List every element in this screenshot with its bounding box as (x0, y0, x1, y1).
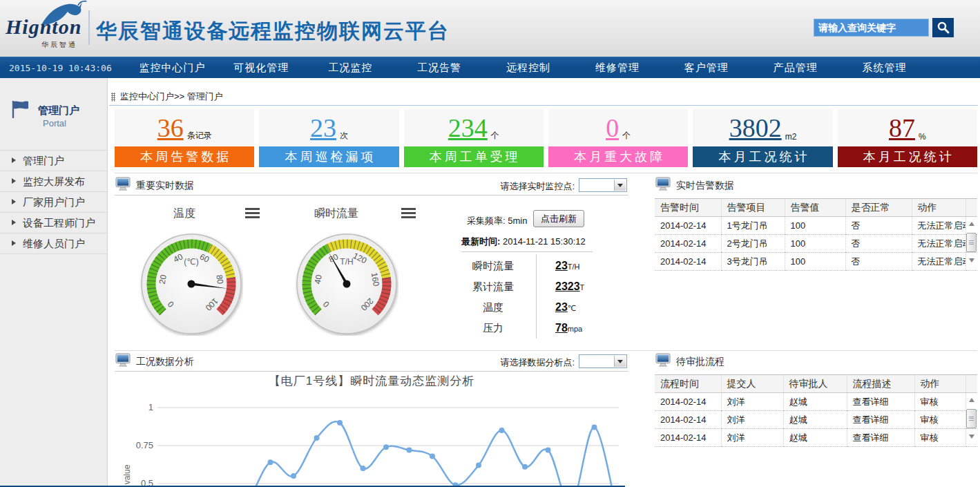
table-cell: 100 (785, 217, 845, 235)
nav-item-2[interactable]: 可视化管理 (217, 57, 306, 79)
column-header: 是否正常 (845, 199, 912, 217)
action-cell[interactable]: 审核 (914, 429, 965, 447)
sidebar-item-label: 监控大屏发布 (23, 175, 85, 187)
analysis-point-select[interactable] (579, 354, 627, 368)
reading-number[interactable]: 23 (555, 301, 568, 313)
refresh-button[interactable]: 点击刷新 (533, 210, 584, 227)
scroll-up-icon[interactable] (969, 395, 974, 402)
stat-card-value[interactable]: 3802 (729, 115, 782, 141)
stat-card-value[interactable]: 234 (448, 115, 488, 141)
column-header: 待审批人 (783, 375, 847, 393)
divider (115, 173, 977, 173)
nav-item-3[interactable]: 工况监控 (306, 57, 395, 79)
svg-text:20: 20 (157, 274, 169, 285)
reading-row: 温度23℃ (456, 297, 622, 318)
stat-card-value[interactable]: 0 (606, 115, 619, 141)
search-button[interactable] (932, 18, 954, 37)
nav-timestamp: 2015-10-19 10:43:06 (9, 63, 112, 73)
reading-number[interactable]: 78 (555, 322, 568, 334)
brand-subtitle: 华辰智通 (41, 40, 77, 50)
sidebar-item-2[interactable]: 监控大屏发布 (0, 171, 107, 191)
scrollbar[interactable] (966, 393, 977, 443)
section-title: 重要实时数据 (136, 180, 194, 192)
app-header: Hignton 华辰智通 华辰智通设备远程监控物联网云平台 (0, 0, 980, 57)
menu-icon[interactable] (401, 208, 416, 218)
sidebar-item-5[interactable]: 维修人员门户 (0, 233, 107, 254)
latest-time-value: 2014-11-21 15:30:12 (503, 236, 586, 247)
temperature-gauge: 020406080100(℃) (140, 232, 243, 336)
nav-item-6[interactable]: 维修管理 (573, 57, 662, 79)
chevron-right-icon (12, 199, 19, 204)
stat-card-label: 本月工况统计 (693, 146, 832, 167)
breadcrumb-dots-icon (111, 93, 115, 102)
readings-list: 瞬时流量23T/H累计流量2323T温度23℃压力78mpa (456, 256, 622, 338)
monitor-point-select[interactable] (579, 178, 627, 192)
column-header: 告警值 (785, 199, 845, 217)
action-cell[interactable]: 审核 (914, 411, 965, 429)
sidebar-item-3[interactable]: 厂家用户门户 (0, 191, 107, 212)
sidebar-item-1[interactable]: 管理门户 (0, 150, 107, 171)
table-cell: 2014-02-14 (655, 253, 721, 271)
table-row: 2014-02-143号龙门吊100否无法正常启动 (655, 253, 977, 271)
nav-item-1[interactable]: 监控中心门户 (128, 57, 217, 79)
sidebar-item-label: 维修人员门户 (23, 238, 85, 249)
stat-card-2: 23次本周巡检漏项 (259, 109, 398, 168)
table-cell: 赵城 (783, 393, 847, 411)
reading-number[interactable]: 2323 (555, 280, 580, 292)
stat-card-value[interactable]: 36 (157, 115, 184, 141)
section-title: 待审批流程 (676, 356, 724, 368)
sidebar-item-4[interactable]: 设备工程师门户 (0, 212, 107, 233)
scrollbar[interactable] (966, 217, 977, 267)
search-input[interactable] (814, 19, 929, 37)
reading-row: 累计流量2323T (456, 276, 622, 297)
sidebar-menu: 管理门户监控大屏发布厂家用户门户设备工程师门户维修人员门户 (0, 150, 107, 254)
scroll-down-icon[interactable] (969, 435, 974, 441)
menu-icon[interactable] (245, 208, 260, 218)
stat-card-6: 87%本月工况统计 (838, 109, 977, 168)
table-cell: 100 (785, 235, 845, 253)
stat-card-unit: m2 (785, 132, 797, 142)
stat-card-value[interactable]: 87 (889, 115, 915, 141)
latest-time-label: 最新时间: (461, 236, 500, 247)
scrollbar-spacer (965, 375, 977, 393)
reading-number[interactable]: 23 (555, 260, 568, 271)
reading-value: 2323T (530, 280, 584, 293)
portal-title: 管理门户 (38, 104, 79, 117)
gauge-temperature-title: 温度 (146, 207, 222, 221)
analysis-point-select-label: 请选择数据分析点: (492, 356, 575, 369)
reading-label: 压力 (456, 322, 530, 335)
dropdown-arrow-icon (617, 360, 623, 366)
dropdown-button[interactable] (614, 180, 626, 191)
action-cell[interactable]: 审核 (914, 393, 965, 411)
scroll-up-icon[interactable] (969, 219, 974, 226)
scroll-down-icon[interactable] (969, 258, 974, 265)
stat-card-value[interactable]: 23 (310, 115, 336, 141)
stat-card-unit: % (919, 132, 926, 142)
action-cell[interactable]: 查看详细 (847, 429, 914, 447)
reading-unit: T/H (568, 262, 580, 271)
chart-title: 【电厂1号线】瞬时流量动态监测分析 (115, 373, 628, 389)
svg-text:40: 40 (313, 274, 324, 285)
table-cell: 无法正常启动 (912, 253, 965, 271)
stat-card-value-area: 234个 (404, 109, 544, 146)
table-cell: 无法正常启动 (912, 217, 965, 235)
table-cell: 2014-02-14 (655, 393, 721, 411)
column-header: 动作 (914, 375, 965, 393)
dropdown-button[interactable] (614, 356, 626, 367)
main-nav: 2015-10-19 10:43:06 监控中心门户可视化管理工况监控工况告警远… (0, 57, 980, 78)
flow-line-chart: 10.750.5value (115, 395, 628, 487)
nav-item-8[interactable]: 产品管理 (751, 57, 840, 79)
nav-item-7[interactable]: 客户管理 (662, 57, 751, 79)
scrollbar-thumb[interactable] (966, 233, 977, 252)
action-cell[interactable]: 查看详细 (847, 393, 914, 411)
scrollbar-thumb[interactable] (966, 409, 977, 428)
table-cell: 2号龙门吊 (721, 235, 785, 253)
column-header: 提交人 (721, 375, 783, 393)
action-cell[interactable]: 查看详细 (847, 411, 914, 429)
nav-item-5[interactable]: 远程控制 (484, 57, 573, 79)
chevron-right-icon (12, 178, 19, 184)
nav-item-4[interactable]: 工况告警 (395, 57, 484, 79)
nav-item-9[interactable]: 系统管理 (840, 57, 929, 79)
reading-value: 23℃ (530, 301, 576, 314)
chevron-right-icon (12, 220, 19, 225)
